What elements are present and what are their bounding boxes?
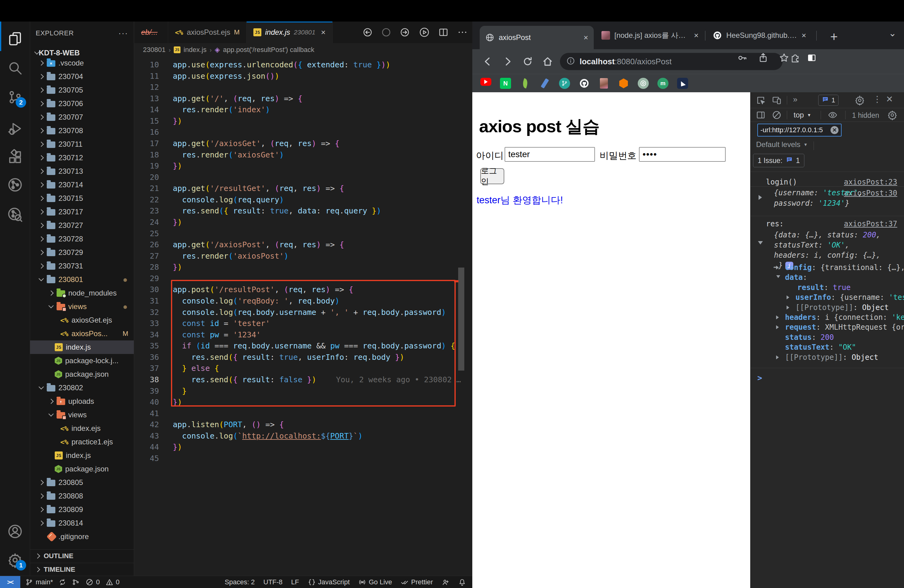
tree-item-230802[interactable]: 230802 bbox=[30, 381, 134, 395]
back-icon[interactable] bbox=[481, 55, 495, 68]
expand-caret-icon[interactable] bbox=[787, 296, 789, 300]
console-tree-row[interactable]: userInfo: {username: 'tes bbox=[795, 293, 904, 302]
status-person-add-icon[interactable] bbox=[441, 578, 450, 586]
code-editor[interactable]: 10app.use(express.urlencoded({ extended:… bbox=[134, 57, 472, 576]
expand-caret-icon[interactable] bbox=[776, 266, 779, 270]
expand-caret-icon[interactable] bbox=[776, 316, 779, 319]
console-tree-row[interactable]: config: {transitional: {…}, bbox=[785, 263, 904, 272]
status-sync-icon[interactable] bbox=[58, 578, 66, 586]
tree-item-230809[interactable]: 230809 bbox=[30, 503, 134, 516]
log-levels-dropdown[interactable]: Default levels ▼ bbox=[756, 140, 808, 149]
status-double-check-icon[interactable]: Prettier bbox=[401, 578, 433, 586]
tree-item-230707[interactable]: 230707 bbox=[30, 111, 134, 124]
editor-tab-axiosPost.ejs[interactable]: <%axiosPost.ejsM bbox=[168, 22, 247, 43]
bookmark-chatgpt-icon[interactable] bbox=[638, 78, 649, 89]
account-icon[interactable] bbox=[7, 523, 23, 539]
breadcrumb-symbol[interactable]: app.post('/resultPost') callback bbox=[223, 46, 314, 54]
console-tree-row[interactable]: request: XMLHttpRequest {or bbox=[785, 323, 904, 332]
more-tabs-icon[interactable]: » bbox=[793, 95, 797, 104]
tree-item-230729[interactable]: 230729 bbox=[30, 246, 134, 259]
bookmark-pencil-icon[interactable] bbox=[539, 78, 550, 89]
status-UTF-8[interactable]: UTF-8 bbox=[264, 578, 283, 586]
tree-item-230715[interactable]: 230715 bbox=[30, 191, 134, 205]
console-tree-row[interactable]: data: bbox=[785, 273, 807, 282]
extensions-puzzle-icon[interactable] bbox=[790, 52, 801, 63]
tree-item-views[interactable]: views bbox=[30, 408, 134, 422]
browser-tab-1[interactable]: axiosPost× bbox=[480, 26, 594, 49]
tree-item-230713[interactable]: 230713 bbox=[30, 164, 134, 178]
device-toolbar-icon[interactable] bbox=[771, 95, 782, 107]
tree-item-230814[interactable]: 230814 bbox=[30, 516, 134, 530]
key-icon[interactable] bbox=[737, 52, 748, 63]
tree-item-230731[interactable]: 230731 bbox=[30, 259, 134, 273]
remote-circle-icon[interactable] bbox=[7, 177, 23, 193]
bookmark-bird-icon[interactable] bbox=[677, 78, 688, 89]
reload-icon[interactable] bbox=[521, 55, 534, 68]
tree-item-230706[interactable]: 230706 bbox=[30, 97, 134, 111]
tree-item-axiosGet.ejs[interactable]: <%axiosGet.ejs bbox=[30, 313, 134, 327]
status-warning-icon[interactable]: 0 bbox=[106, 578, 120, 586]
tree-item-230712[interactable]: 230712 bbox=[30, 151, 134, 164]
bookmark-github-icon[interactable] bbox=[579, 78, 590, 89]
dock-side-icon[interactable] bbox=[755, 110, 766, 122]
bookmark-youtube-icon[interactable] bbox=[480, 78, 492, 86]
tree-item-230801[interactable]: 230801● bbox=[30, 273, 134, 286]
tree-item-axiosPos...[interactable]: <%axiosPos...M bbox=[30, 327, 134, 340]
console-tree-row[interactable]: status: 200 bbox=[785, 333, 834, 341]
status-broadcast-icon[interactable]: Go Live bbox=[358, 578, 392, 586]
collapse-caret-icon[interactable] bbox=[758, 241, 763, 245]
share-icon[interactable] bbox=[758, 52, 769, 63]
close-icon[interactable]: × bbox=[801, 31, 806, 40]
tree-item-230727[interactable]: 230727 bbox=[30, 219, 134, 232]
split-editor-icon[interactable] bbox=[438, 27, 449, 38]
expand-caret-icon[interactable] bbox=[776, 355, 779, 359]
id-input[interactable] bbox=[504, 147, 595, 162]
tree-item-230717[interactable]: 230717 bbox=[30, 205, 134, 219]
settings-gear-icon[interactable] bbox=[855, 95, 865, 107]
console-tree-row[interactable]: headers: i {connection: 'ke bbox=[785, 313, 904, 322]
password-input[interactable] bbox=[639, 147, 725, 162]
bookmark-git-teal-icon[interactable] bbox=[559, 78, 570, 89]
login-button[interactable]: 로그인 bbox=[480, 168, 504, 184]
status-LF[interactable]: LF bbox=[291, 578, 299, 586]
kebab-menu-icon[interactable]: ⋮ bbox=[873, 94, 882, 104]
console-tree-row[interactable]: statusText: "OK" bbox=[785, 343, 856, 351]
tree-item-230808[interactable]: 230808 bbox=[30, 489, 134, 503]
clear-filter-icon[interactable]: ✕ bbox=[831, 126, 839, 134]
side-panel-icon[interactable] bbox=[806, 52, 817, 63]
console-tree-row[interactable]: [[Prototype]]: Object bbox=[785, 353, 878, 362]
nav-circle-icon[interactable] bbox=[381, 27, 392, 38]
close-icon[interactable]: × bbox=[694, 31, 699, 40]
tree-item-node_modules[interactable]: node_modules bbox=[30, 286, 134, 300]
editor-tab-index.js[interactable]: JSindex.js230801× bbox=[247, 22, 333, 43]
source-link[interactable]: axiosPost:23 bbox=[844, 178, 897, 187]
tree-item-views[interactable]: views● bbox=[30, 300, 134, 313]
expand-caret-icon[interactable] bbox=[759, 195, 762, 200]
remote-indicator[interactable]: >< bbox=[0, 576, 20, 588]
tree-item-230728[interactable]: 230728 bbox=[30, 232, 134, 246]
hidden-messages-label[interactable]: 1 hidden bbox=[852, 111, 879, 120]
search-icon[interactable] bbox=[7, 60, 23, 76]
forward-icon[interactable] bbox=[501, 55, 514, 68]
browser-tab-3[interactable]: HeeSung98.github.io/× bbox=[707, 26, 812, 45]
tree-item-practice1.ejs[interactable]: <%practice1.ejs bbox=[30, 435, 134, 449]
tree-item-230704[interactable]: 230704 bbox=[30, 70, 134, 83]
new-tab-button[interactable]: + bbox=[830, 30, 838, 44]
expand-caret-icon[interactable] bbox=[787, 305, 789, 309]
nav-forward-icon[interactable] bbox=[400, 27, 411, 38]
status-git-graph-icon[interactable] bbox=[72, 578, 80, 586]
tree-item-index.js[interactable]: JSindex.js bbox=[30, 449, 134, 462]
tree-item-230805[interactable]: 230805 bbox=[30, 476, 134, 489]
source-link[interactable]: axiosPost:37 bbox=[844, 220, 897, 228]
address-bar[interactable]: localhost:8080/axiosPost bbox=[560, 53, 782, 70]
source-control-icon[interactable]: 2 bbox=[7, 89, 23, 105]
expand-caret-icon[interactable] bbox=[776, 326, 779, 329]
breadcrumb-file[interactable]: index.js bbox=[183, 46, 207, 54]
extensions-icon[interactable] bbox=[7, 149, 23, 165]
bookmark-naver-icon[interactable]: N bbox=[500, 78, 511, 89]
outline-section[interactable]: OUTLINE bbox=[30, 549, 134, 562]
tree-item-index.ejs[interactable]: <%index.ejs bbox=[30, 422, 134, 435]
tab-list-chevron[interactable]: ⌄ bbox=[889, 28, 896, 38]
nav-back-icon[interactable] bbox=[362, 27, 373, 38]
tree-item-230708[interactable]: 230708 bbox=[30, 124, 134, 138]
